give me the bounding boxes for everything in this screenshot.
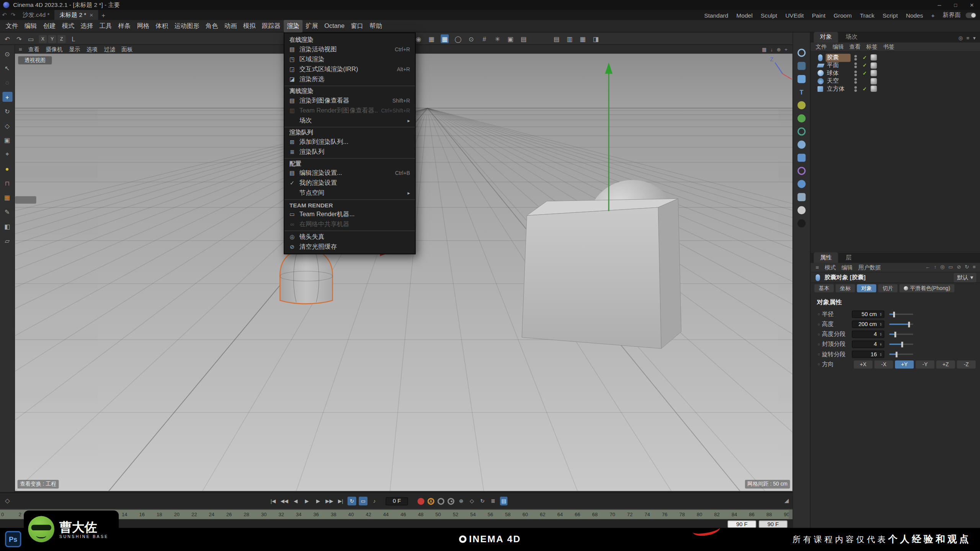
menubar-item[interactable]: 工具 xyxy=(96,20,115,32)
cube-front-face[interactable] xyxy=(522,207,661,349)
render-menu-item[interactable]: ⊘清空光照缓存 xyxy=(284,242,415,252)
cube-right-face[interactable] xyxy=(658,199,681,349)
timeline-ruler[interactable]: 0246810121416182022242628303234363840424… xyxy=(0,509,792,519)
layout-tab[interactable]: Paint xyxy=(812,11,825,18)
menubar-item[interactable]: 创建 xyxy=(40,20,59,32)
layout-tab[interactable]: Track xyxy=(860,11,874,18)
render-menu-item[interactable]: ⊞添加到渲染队列... xyxy=(284,137,415,147)
snap-grid-icon[interactable]: ▦ xyxy=(441,34,449,43)
object-tag-icon[interactable] xyxy=(871,70,877,76)
menu-icon[interactable]: ≡ xyxy=(816,264,819,271)
filter-icon[interactable]: ≡ xyxy=(967,36,970,41)
project-end-field[interactable]: 90 F xyxy=(759,520,787,528)
property-value-field[interactable]: 200 cm▴▾ xyxy=(852,321,884,328)
property-slider[interactable] xyxy=(889,314,913,315)
record-scale-toggle[interactable]: ◇ xyxy=(468,497,476,505)
cube-object[interactable] xyxy=(522,199,681,349)
layout-tab[interactable]: Groom xyxy=(833,11,851,18)
deformer-icon[interactable] xyxy=(797,127,805,135)
grid-icon[interactable]: ▦ xyxy=(428,34,436,43)
object-row[interactable]: 球体✓ xyxy=(811,69,980,77)
object-tag-icon[interactable] xyxy=(871,86,877,92)
property-value-field[interactable]: 16▴▾ xyxy=(852,350,884,358)
search-icon[interactable]: ◎ xyxy=(958,36,962,41)
record-filter-button[interactable] xyxy=(448,497,454,504)
panel-tab[interactable]: 属性 xyxy=(814,253,838,263)
render-menu-item[interactable]: 节点空间▸ xyxy=(284,188,415,198)
value-stepper[interactable]: ▴▾ xyxy=(878,311,883,317)
viewport-layout-icon[interactable]: ▤ xyxy=(552,34,560,43)
visibility-toggle-dots[interactable] xyxy=(853,70,859,76)
tab-back-icon[interactable]: ↶ xyxy=(0,12,9,18)
object-row[interactable]: 立方体✓ xyxy=(811,85,980,93)
document-tab[interactable]: 沙发.c4d * xyxy=(18,10,55,20)
panel-icon[interactable]: ▭ xyxy=(948,264,953,270)
object-row[interactable]: 胶囊✓ xyxy=(811,54,980,61)
visibility-toggle-dots[interactable] xyxy=(853,55,859,60)
layout-tab[interactable]: Standard xyxy=(704,11,728,18)
menu-icon[interactable]: ≡ xyxy=(973,264,976,270)
attribute-tab-button[interactable]: 平滑着色(Phong) xyxy=(899,284,954,292)
pin-icon[interactable]: ↓ xyxy=(770,47,773,52)
rotate-tool[interactable]: ↻ xyxy=(2,106,12,116)
play-button[interactable]: ▶ xyxy=(302,497,311,505)
axis-z-button[interactable]: Z xyxy=(57,35,65,43)
spline-pen-icon[interactable] xyxy=(797,49,805,57)
property-value-field[interactable]: 4▴▾ xyxy=(852,331,884,338)
maximize-button[interactable]: □ xyxy=(947,0,964,10)
render-menu-item[interactable]: ≣渲染队列 xyxy=(284,147,415,157)
zoom-tool[interactable]: ⊙ xyxy=(2,49,12,59)
prev-frame-button[interactable]: ◀ xyxy=(291,497,300,505)
object-manager-menu-item[interactable]: 查看 xyxy=(849,43,861,51)
layer-view-icon[interactable]: ▥ xyxy=(566,34,574,43)
menubar-item[interactable]: Octane xyxy=(321,21,348,31)
search-icon[interactable]: ◎ xyxy=(940,264,944,270)
viewport-menu-item[interactable]: 过滤 xyxy=(104,45,115,53)
text-primitive-icon[interactable]: T xyxy=(797,88,805,96)
attributes-menu-item[interactable]: 编辑 xyxy=(841,263,853,271)
tab-forward-icon[interactable]: ↷ xyxy=(9,12,18,18)
select-tool[interactable]: ↖ xyxy=(2,63,12,73)
property-slider[interactable] xyxy=(889,354,913,355)
panel-tab[interactable]: 对象 xyxy=(814,32,838,42)
menubar-item[interactable]: 选择 xyxy=(77,20,96,32)
menubar-item[interactable]: 样条 xyxy=(115,20,134,32)
render-menu-item[interactable]: ◎镜头失真 xyxy=(284,232,415,242)
viewport-menu-item[interactable]: 显示 xyxy=(69,45,80,53)
keyframe-selection-button[interactable] xyxy=(438,497,444,504)
layout-tab[interactable]: + xyxy=(931,11,935,18)
scale-tool[interactable]: ◇ xyxy=(2,121,12,130)
visibility-toggle-dots[interactable] xyxy=(853,78,859,84)
record-parameter-toggle[interactable]: ≣ xyxy=(489,497,497,505)
layout-tab[interactable]: Nodes xyxy=(906,11,923,18)
workplane-tool[interactable]: ▦ xyxy=(2,192,12,202)
render-menu-item[interactable]: 场次▸ xyxy=(284,116,415,126)
object-tag-icon[interactable] xyxy=(871,78,877,84)
render-menu-item[interactable]: ◲交互式区域渲染(IRR)Alt+R xyxy=(284,64,415,74)
current-frame-field[interactable]: 0 F xyxy=(385,497,408,505)
minimize-button[interactable]: ─ xyxy=(931,0,947,10)
layout-tab[interactable]: UVEdit xyxy=(785,11,804,18)
light-icon[interactable] xyxy=(797,206,805,214)
preset-dropdown[interactable]: 默认 ▾ xyxy=(954,273,976,282)
simulation-icon[interactable] xyxy=(797,167,805,175)
capsule-object[interactable] xyxy=(280,249,332,304)
axis-lock-tool[interactable]: ▣ xyxy=(2,135,12,145)
brush-tool[interactable]: ✎ xyxy=(2,207,12,217)
autokey-button[interactable]: A xyxy=(428,497,434,504)
live-select-tool[interactable]: ◌ xyxy=(2,77,12,87)
object-row[interactable]: 平面✓ xyxy=(811,62,980,69)
keyframe-diamond-icon[interactable]: ◇ xyxy=(5,497,10,504)
object-enabled-toggle[interactable]: ✓ xyxy=(861,63,869,68)
layout-tab[interactable]: Sculpt xyxy=(761,11,777,18)
new-document-tab-button[interactable]: + xyxy=(98,11,108,18)
panel-grid-icon[interactable]: ▦ xyxy=(579,34,587,43)
more-icon[interactable]: ▾ xyxy=(973,36,976,41)
viewport-menu-item[interactable]: 摄像机 xyxy=(46,45,63,53)
property-value-field[interactable]: 50 cm▴▾ xyxy=(852,310,884,318)
property-slider[interactable] xyxy=(889,324,913,325)
grid-toggle-icon[interactable]: ▦ xyxy=(762,47,766,52)
field-icon[interactable] xyxy=(797,140,805,148)
frame-selected-icon[interactable]: ▭ xyxy=(27,34,35,43)
attributes-menu-item[interactable]: 模式 xyxy=(825,263,836,271)
